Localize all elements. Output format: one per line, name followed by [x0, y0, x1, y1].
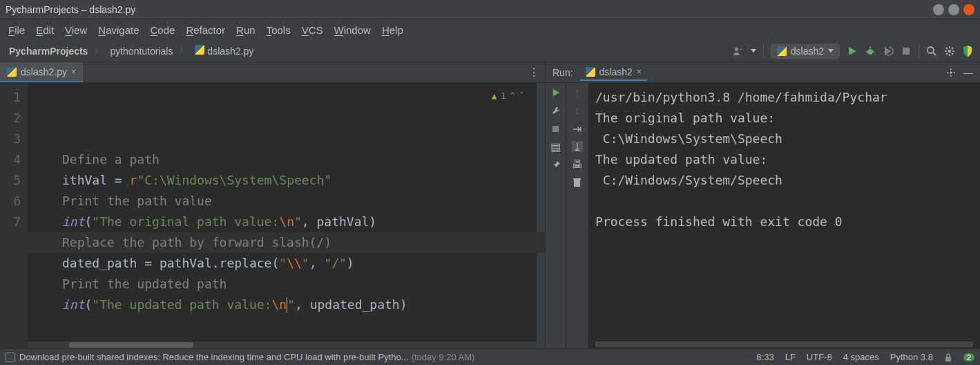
run-panel-label: Run:	[553, 67, 573, 78]
horizontal-scrollbar[interactable]	[28, 341, 537, 348]
python-icon	[586, 67, 595, 77]
code-area[interactable]: ▲ 1 ^ ˇ Define a pathithVal = r"C:\Windo…	[28, 83, 537, 348]
code-line[interactable]: Replace the path by forward slash(/)	[62, 232, 537, 253]
close-tab-icon[interactable]: ×	[71, 67, 76, 77]
add-user-icon[interactable]: +	[733, 46, 744, 57]
code-line[interactable]: Print the path value	[62, 191, 537, 212]
gear-icon[interactable]	[945, 67, 957, 78]
stop-icon[interactable]	[550, 123, 561, 134]
chevron-down-icon[interactable]: ˇ	[519, 86, 524, 106]
shield-icon[interactable]	[962, 46, 973, 57]
file-encoding[interactable]: UTF-8	[807, 352, 832, 362]
debug-icon[interactable]	[865, 46, 876, 57]
editor-tab-label: dslash2.py	[21, 66, 67, 77]
separator	[919, 44, 919, 58]
tool-window-icon[interactable]	[6, 353, 15, 362]
menu-help[interactable]: Help	[378, 23, 407, 37]
rerun-icon[interactable]	[550, 87, 561, 98]
close-tab-icon[interactable]: ×	[637, 67, 642, 77]
line-number[interactable]: 2	[0, 108, 21, 129]
minimize-icon[interactable]	[933, 4, 944, 15]
maximize-icon[interactable]	[948, 4, 959, 15]
print-icon[interactable]: 🖶	[572, 159, 583, 170]
soft-wrap-icon[interactable]: ⇥	[572, 123, 583, 134]
console-text[interactable]: /usr/bin/python3.8 /home/fahmida/Pychar …	[595, 87, 980, 232]
chevron-up-icon[interactable]: ^	[510, 86, 515, 106]
navbar: PycharmProjects 〉 pythontutorials 〉 dsla…	[0, 40, 980, 62]
statusbar: Download pre-built shared indexes: Reduc…	[0, 348, 980, 365]
warning-count: 1	[501, 86, 506, 106]
menu-window[interactable]: Window	[330, 23, 375, 37]
run-config-label: dslash2	[791, 46, 824, 57]
code-line[interactable]: Define a path	[62, 149, 537, 170]
run-config-selector[interactable]: dslash2	[771, 44, 840, 59]
run-output[interactable]: /usr/bin/python3.8 /home/fahmida/Pychar …	[588, 83, 980, 348]
menu-tools[interactable]: Tools	[262, 23, 295, 37]
menu-refactor[interactable]: Refactor	[182, 23, 229, 37]
breadcrumb[interactable]: dslash2.py	[193, 45, 256, 57]
run-icon[interactable]	[847, 46, 858, 57]
trash-icon[interactable]	[572, 177, 583, 188]
search-icon[interactable]	[926, 46, 937, 57]
menu-view[interactable]: View	[61, 23, 91, 37]
down-arrow-icon[interactable]: ↓	[572, 105, 583, 116]
svg-line-10	[933, 53, 936, 55]
run-with-coverage-icon[interactable]	[883, 46, 894, 57]
notifications-badge[interactable]: 2	[963, 353, 974, 362]
gear-icon[interactable]	[944, 46, 955, 57]
line-number[interactable]: 6	[0, 191, 21, 212]
line-number[interactable]: 5	[0, 170, 21, 191]
breadcrumb[interactable]: pythontutorials	[108, 46, 175, 57]
breadcrumb[interactable]: PycharmProjects	[7, 46, 90, 57]
python-icon	[777, 46, 787, 56]
close-icon[interactable]	[963, 4, 974, 15]
svg-point-9	[928, 47, 934, 53]
code-line[interactable]: int("The original path value:\n", pathVa…	[62, 212, 537, 232]
inspection-summary[interactable]: ▲ 1 ^ ˇ	[492, 86, 524, 106]
chevron-down-icon[interactable]	[751, 49, 756, 53]
up-arrow-icon[interactable]: ↑	[572, 87, 583, 98]
run-tab-label: dslash2	[599, 66, 633, 77]
interpreter[interactable]: Python 3.8	[890, 352, 933, 362]
svg-rect-28	[573, 178, 581, 180]
run-tab[interactable]: dslash2 ×	[580, 64, 647, 81]
line-number[interactable]: 4	[0, 149, 21, 170]
line-number[interactable]: 3	[0, 129, 21, 149]
run-header: Run: dslash2 × —	[546, 62, 980, 83]
code-line[interactable]: dated_path = pathVal.replace("\\", "/")	[62, 253, 537, 274]
editor-body[interactable]: 12345678 ▲ 1 ^ ˇ Define a pathithVal = r…	[0, 83, 545, 348]
editor-tab[interactable]: dslash2.py ×	[0, 62, 83, 82]
chevron-down-icon	[828, 49, 834, 53]
more-icon[interactable]: ⋮	[528, 66, 539, 79]
vertical-scrollbar[interactable]	[537, 83, 545, 348]
warning-icon: ▲	[492, 86, 497, 106]
menu-code[interactable]: Code	[146, 23, 180, 37]
code-line[interactable]: ithVal = r"C:\Windows\System\Speech"	[62, 170, 537, 191]
lock-icon[interactable]	[944, 353, 952, 362]
indent-config[interactable]: 4 spaces	[843, 352, 879, 362]
svg-rect-26	[553, 125, 559, 131]
menu-vcs[interactable]: VCS	[298, 23, 327, 37]
line-number[interactable]: 7	[0, 212, 21, 232]
svg-line-16	[946, 48, 948, 49]
caret-position[interactable]: 8:33	[756, 352, 774, 362]
wrench-icon[interactable]	[550, 105, 561, 116]
horizontal-scrollbar[interactable]	[595, 341, 973, 347]
line-ending[interactable]: LF	[785, 352, 796, 362]
menu-run[interactable]: Run	[232, 23, 260, 37]
menu-navigate[interactable]: Navigate	[94, 23, 143, 37]
layout-icon[interactable]: ▤	[550, 141, 561, 152]
run-toolbar-primary: ▤	[546, 83, 566, 348]
menu-file[interactable]: File	[4, 23, 29, 37]
status-message[interactable]: Download pre-built shared indexes: Reduc…	[19, 352, 409, 362]
hide-icon[interactable]: —	[963, 67, 973, 78]
menu-edit[interactable]: Edit	[32, 23, 58, 37]
code-line[interactable]: Print the updated path	[62, 274, 537, 294]
window-title: PycharmProjects – dslash2.py	[6, 4, 135, 15]
stop-icon[interactable]	[901, 46, 912, 57]
scroll-to-end-icon[interactable]: ⤓	[572, 141, 583, 152]
code-line[interactable]: int("The updated path value:\n", updated…	[62, 294, 537, 315]
line-number[interactable]: 1	[0, 87, 21, 108]
separator	[763, 44, 764, 58]
pin-icon[interactable]	[550, 159, 561, 170]
